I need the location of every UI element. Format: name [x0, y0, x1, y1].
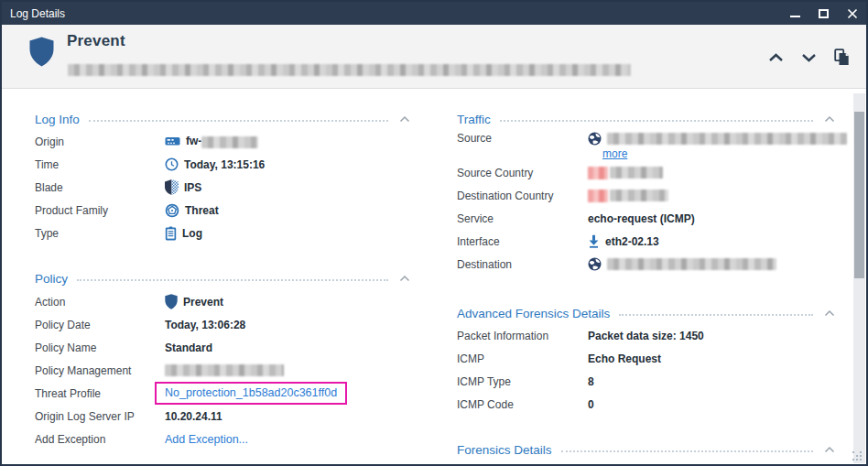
more-link[interactable]: more — [602, 147, 627, 160]
service-label: Service — [457, 212, 588, 225]
policy-management-row: Policy Management — [35, 359, 412, 382]
policy-section: Policy Action Prevent — [35, 269, 412, 450]
collapse-forensics-button[interactable] — [822, 444, 837, 455]
product-family-row: Product Family Threat — [35, 199, 412, 222]
packet-information-row: Packet Information Packet data size: 145… — [457, 324, 837, 347]
icmp-type-row: ICMP Type 8 — [457, 370, 837, 393]
advanced-forensics-title: Advanced Forensics Details — [457, 307, 610, 320]
advanced-forensics-section: Advanced Forensics Details Packet Inform… — [457, 304, 837, 416]
scrollbar-thumb[interactable] — [854, 112, 864, 278]
source-country-row: Source Country — [457, 161, 837, 184]
next-log-button[interactable] — [799, 51, 819, 64]
collapse-traffic-button[interactable] — [822, 114, 837, 125]
threat-profile-label: Threat Profile — [35, 387, 165, 400]
gateway-icon — [165, 135, 180, 146]
origin-log-server-ip-row: Origin Log Server IP 10.20.24.11 — [35, 405, 412, 428]
source-label: Source — [457, 132, 588, 145]
globe-icon — [588, 257, 602, 271]
clock-icon — [165, 157, 179, 171]
source-country-redacted — [610, 167, 663, 179]
log-header: Prevent — [2, 25, 866, 89]
interface-arrow-icon — [588, 234, 600, 248]
policy-name-label: Policy Name — [35, 341, 165, 354]
globe-icon — [588, 132, 602, 146]
divider — [561, 450, 813, 452]
destination-country-redacted — [610, 190, 668, 201]
collapse-chevron-icon — [824, 309, 835, 317]
icmp-type-value: 8 — [588, 375, 594, 388]
origin-label: Origin — [35, 135, 165, 148]
close-button[interactable] — [838, 2, 866, 25]
origin-redacted — [201, 136, 258, 148]
titlebar[interactable]: Log Details — [2, 2, 866, 25]
log-info-title: Log Info — [35, 113, 80, 126]
collapse-chevron-icon — [824, 115, 835, 123]
collapse-log-info-button[interactable] — [397, 114, 412, 125]
minimize-icon — [790, 16, 800, 17]
time-value: Today, 13:15:16 — [165, 157, 265, 171]
window-title: Log Details — [2, 7, 65, 20]
collapse-chevron-icon — [399, 115, 410, 123]
divider — [89, 120, 388, 122]
header-actions — [766, 47, 852, 68]
log-info-section: Log Info Origin — [35, 110, 412, 244]
service-value: echo-request (ICMP) — [588, 212, 695, 225]
log-action-title: Prevent — [67, 32, 125, 50]
prevent-shield-icon — [29, 37, 54, 70]
policy-name-row: Policy Name Standard — [35, 336, 412, 359]
copy-button[interactable] — [832, 47, 852, 68]
threat-profile-link[interactable]: No_protection_1b58ad20c361ff0d — [165, 386, 337, 399]
minimize-button[interactable] — [781, 2, 809, 25]
blade-label: Blade — [35, 181, 165, 194]
maximize-button[interactable] — [809, 2, 838, 25]
policy-date-row: Policy Date Today, 13:06:28 — [35, 313, 412, 336]
log-details-window: Log Details Prevent — [0, 0, 868, 466]
product-family-value: Threat — [165, 203, 219, 218]
collapse-advanced-forensics-button[interactable] — [822, 308, 837, 319]
type-value: Log — [165, 226, 202, 241]
interface-value: eth2-02.13 — [588, 234, 659, 248]
forensics-title: Forensics Details — [457, 443, 552, 457]
source-more-row: more — [457, 146, 837, 161]
policy-header: Policy — [35, 269, 412, 287]
log-description-redacted — [68, 64, 631, 76]
time-row: Time Today, 13:15:16 — [35, 153, 412, 176]
resize-grip[interactable] — [852, 451, 863, 461]
interface-row: Interface eth2-02.13 — [457, 230, 837, 253]
advanced-forensics-header: Advanced Forensics Details — [457, 304, 837, 322]
collapse-policy-button[interactable] — [397, 273, 412, 284]
policy-date-label: Policy Date — [35, 319, 165, 331]
divider — [619, 314, 813, 316]
vertical-scrollbar[interactable] — [853, 93, 865, 463]
previous-log-button[interactable] — [766, 51, 786, 64]
action-label: Action — [35, 296, 165, 309]
maximize-icon — [819, 9, 829, 18]
collapse-chevron-icon — [824, 446, 835, 453]
icmp-label: ICMP — [457, 352, 588, 365]
icmp-code-value: 0 — [588, 398, 594, 411]
add-exception-link[interactable]: Add Exception... — [165, 433, 248, 446]
interface-label: Interface — [457, 235, 588, 248]
policy-title: Policy — [35, 272, 68, 286]
origin-log-server-ip-label: Origin Log Server IP — [35, 410, 165, 423]
packet-information-value: Packet data size: 1450 — [588, 330, 704, 342]
icmp-row: ICMP Echo Request — [457, 347, 837, 370]
time-label: Time — [35, 158, 165, 171]
divider — [77, 279, 388, 281]
add-exception-label: Add Exception — [35, 433, 165, 446]
type-row: Type Log — [35, 222, 412, 244]
traffic-header: Traffic — [457, 110, 837, 128]
icmp-code-label: ICMP Code — [457, 398, 588, 411]
copy-icon — [834, 49, 850, 66]
chevron-down-icon — [801, 53, 817, 62]
threat-profile-row: Threat Profile No_protection_1b58ad20c36… — [35, 382, 412, 405]
policy-date-value: Today, 13:06:28 — [165, 319, 245, 331]
traffic-section: Traffic Source — [457, 110, 837, 276]
traffic-title: Traffic — [457, 113, 491, 126]
action-row: Action Prevent — [35, 290, 412, 313]
origin-row: Origin fw- — [35, 130, 412, 153]
destination-row: Destination — [457, 253, 837, 276]
ips-blade-icon — [165, 179, 179, 195]
source-country-value — [588, 166, 663, 179]
origin-value: fw- — [165, 135, 258, 147]
